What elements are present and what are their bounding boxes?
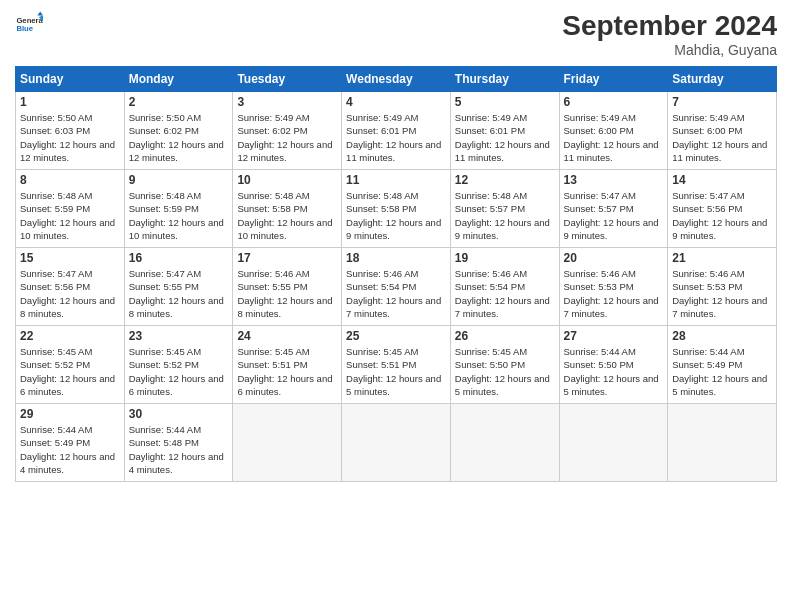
sunrise-label: Sunrise: 5:45 AM (129, 346, 201, 357)
calendar-cell: 17 Sunrise: 5:46 AM Sunset: 5:55 PM Dayl… (233, 248, 342, 326)
day-info: Sunrise: 5:49 AM Sunset: 6:00 PM Dayligh… (672, 111, 772, 164)
sunset-label: Sunset: 5:56 PM (20, 281, 90, 292)
sunset-label: Sunset: 5:59 PM (129, 203, 199, 214)
day-info: Sunrise: 5:50 AM Sunset: 6:03 PM Dayligh… (20, 111, 120, 164)
col-sunday: Sunday (16, 67, 125, 92)
sunrise-label: Sunrise: 5:48 AM (20, 190, 92, 201)
sunset-label: Sunset: 6:01 PM (346, 125, 416, 136)
day-number: 2 (129, 95, 229, 109)
day-number: 26 (455, 329, 555, 343)
calendar-cell: 23 Sunrise: 5:45 AM Sunset: 5:52 PM Dayl… (124, 326, 233, 404)
day-info: Sunrise: 5:45 AM Sunset: 5:52 PM Dayligh… (129, 345, 229, 398)
col-tuesday: Tuesday (233, 67, 342, 92)
day-number: 23 (129, 329, 229, 343)
day-info: Sunrise: 5:45 AM Sunset: 5:51 PM Dayligh… (346, 345, 446, 398)
sunrise-label: Sunrise: 5:47 AM (672, 190, 744, 201)
day-info: Sunrise: 5:44 AM Sunset: 5:49 PM Dayligh… (672, 345, 772, 398)
daylight-label: Daylight: 12 hours and 9 minutes. (672, 217, 767, 241)
month-title: September 2024 (562, 10, 777, 42)
calendar-cell (450, 404, 559, 482)
location-title: Mahdia, Guyana (562, 42, 777, 58)
day-number: 11 (346, 173, 446, 187)
sunrise-label: Sunrise: 5:49 AM (237, 112, 309, 123)
sunrise-label: Sunrise: 5:44 AM (20, 424, 92, 435)
day-info: Sunrise: 5:46 AM Sunset: 5:54 PM Dayligh… (346, 267, 446, 320)
sunrise-label: Sunrise: 5:49 AM (346, 112, 418, 123)
day-info: Sunrise: 5:47 AM Sunset: 5:56 PM Dayligh… (672, 189, 772, 242)
calendar-cell: 11 Sunrise: 5:48 AM Sunset: 5:58 PM Dayl… (342, 170, 451, 248)
day-number: 27 (564, 329, 664, 343)
calendar-cell: 25 Sunrise: 5:45 AM Sunset: 5:51 PM Dayl… (342, 326, 451, 404)
col-thursday: Thursday (450, 67, 559, 92)
sunrise-label: Sunrise: 5:49 AM (455, 112, 527, 123)
daylight-label: Daylight: 12 hours and 11 minutes. (346, 139, 441, 163)
col-wednesday: Wednesday (342, 67, 451, 92)
day-number: 22 (20, 329, 120, 343)
sunset-label: Sunset: 5:55 PM (129, 281, 199, 292)
calendar-cell: 5 Sunrise: 5:49 AM Sunset: 6:01 PM Dayli… (450, 92, 559, 170)
sunrise-label: Sunrise: 5:44 AM (564, 346, 636, 357)
table-row: 8 Sunrise: 5:48 AM Sunset: 5:59 PM Dayli… (16, 170, 777, 248)
daylight-label: Daylight: 12 hours and 10 minutes. (237, 217, 332, 241)
calendar-cell: 14 Sunrise: 5:47 AM Sunset: 5:56 PM Dayl… (668, 170, 777, 248)
sunset-label: Sunset: 6:00 PM (672, 125, 742, 136)
col-monday: Monday (124, 67, 233, 92)
calendar-cell (233, 404, 342, 482)
sunset-label: Sunset: 5:53 PM (564, 281, 634, 292)
day-number: 8 (20, 173, 120, 187)
title-section: September 2024 Mahdia, Guyana (562, 10, 777, 58)
sunrise-label: Sunrise: 5:47 AM (564, 190, 636, 201)
sunrise-label: Sunrise: 5:48 AM (237, 190, 309, 201)
sunrise-label: Sunrise: 5:50 AM (129, 112, 201, 123)
daylight-label: Daylight: 12 hours and 12 minutes. (237, 139, 332, 163)
sunset-label: Sunset: 5:51 PM (346, 359, 416, 370)
sunrise-label: Sunrise: 5:48 AM (129, 190, 201, 201)
day-info: Sunrise: 5:44 AM Sunset: 5:49 PM Dayligh… (20, 423, 120, 476)
calendar-cell: 20 Sunrise: 5:46 AM Sunset: 5:53 PM Dayl… (559, 248, 668, 326)
day-number: 13 (564, 173, 664, 187)
day-info: Sunrise: 5:48 AM Sunset: 5:59 PM Dayligh… (129, 189, 229, 242)
calendar-container: General Blue September 2024 Mahdia, Guya… (0, 0, 792, 492)
day-info: Sunrise: 5:46 AM Sunset: 5:53 PM Dayligh… (564, 267, 664, 320)
sunset-label: Sunset: 5:55 PM (237, 281, 307, 292)
day-info: Sunrise: 5:46 AM Sunset: 5:54 PM Dayligh… (455, 267, 555, 320)
daylight-label: Daylight: 12 hours and 11 minutes. (672, 139, 767, 163)
calendar-cell: 12 Sunrise: 5:48 AM Sunset: 5:57 PM Dayl… (450, 170, 559, 248)
calendar-cell: 9 Sunrise: 5:48 AM Sunset: 5:59 PM Dayli… (124, 170, 233, 248)
sunset-label: Sunset: 6:03 PM (20, 125, 90, 136)
daylight-label: Daylight: 12 hours and 5 minutes. (672, 373, 767, 397)
day-info: Sunrise: 5:48 AM Sunset: 5:58 PM Dayligh… (346, 189, 446, 242)
day-info: Sunrise: 5:46 AM Sunset: 5:53 PM Dayligh… (672, 267, 772, 320)
day-info: Sunrise: 5:47 AM Sunset: 5:57 PM Dayligh… (564, 189, 664, 242)
day-number: 9 (129, 173, 229, 187)
sunrise-label: Sunrise: 5:45 AM (346, 346, 418, 357)
day-number: 21 (672, 251, 772, 265)
sunset-label: Sunset: 5:49 PM (672, 359, 742, 370)
calendar-cell: 2 Sunrise: 5:50 AM Sunset: 6:02 PM Dayli… (124, 92, 233, 170)
day-info: Sunrise: 5:45 AM Sunset: 5:50 PM Dayligh… (455, 345, 555, 398)
logo-icon: General Blue (15, 10, 43, 38)
calendar-cell: 24 Sunrise: 5:45 AM Sunset: 5:51 PM Dayl… (233, 326, 342, 404)
calendar-cell: 29 Sunrise: 5:44 AM Sunset: 5:49 PM Dayl… (16, 404, 125, 482)
svg-marker-2 (37, 11, 43, 15)
day-info: Sunrise: 5:49 AM Sunset: 6:00 PM Dayligh… (564, 111, 664, 164)
day-info: Sunrise: 5:47 AM Sunset: 5:55 PM Dayligh… (129, 267, 229, 320)
day-info: Sunrise: 5:45 AM Sunset: 5:52 PM Dayligh… (20, 345, 120, 398)
sunset-label: Sunset: 5:50 PM (564, 359, 634, 370)
sunset-label: Sunset: 5:57 PM (455, 203, 525, 214)
day-info: Sunrise: 5:48 AM Sunset: 5:59 PM Dayligh… (20, 189, 120, 242)
sunrise-label: Sunrise: 5:48 AM (455, 190, 527, 201)
sunrise-label: Sunrise: 5:48 AM (346, 190, 418, 201)
sunset-label: Sunset: 6:01 PM (455, 125, 525, 136)
sunrise-label: Sunrise: 5:46 AM (237, 268, 309, 279)
col-saturday: Saturday (668, 67, 777, 92)
sunrise-label: Sunrise: 5:45 AM (237, 346, 309, 357)
daylight-label: Daylight: 12 hours and 7 minutes. (455, 295, 550, 319)
sunrise-label: Sunrise: 5:45 AM (20, 346, 92, 357)
sunset-label: Sunset: 5:54 PM (455, 281, 525, 292)
calendar-cell (559, 404, 668, 482)
sunset-label: Sunset: 6:02 PM (129, 125, 199, 136)
day-number: 29 (20, 407, 120, 421)
calendar-cell: 8 Sunrise: 5:48 AM Sunset: 5:59 PM Dayli… (16, 170, 125, 248)
daylight-label: Daylight: 12 hours and 5 minutes. (564, 373, 659, 397)
